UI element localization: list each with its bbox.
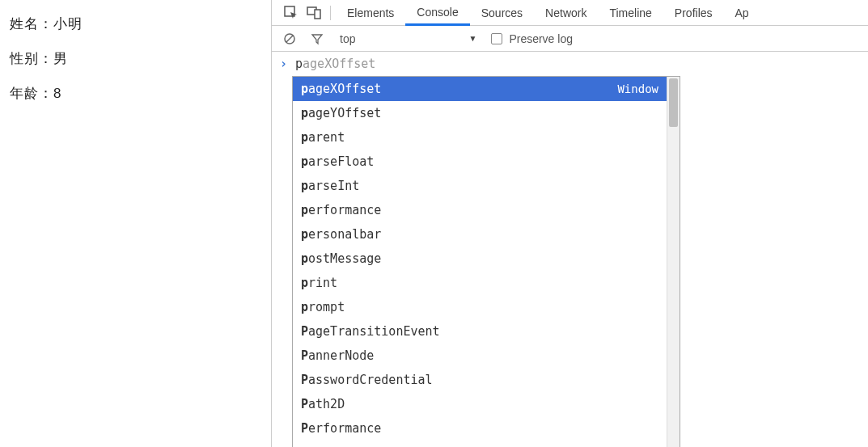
- scroll-thumb[interactable]: [669, 78, 678, 127]
- autocomplete-item-name: PageTransitionEvent: [301, 322, 440, 341]
- context-label: top: [340, 32, 355, 45]
- autocomplete-item[interactable]: PageTransitionEvent: [293, 319, 667, 344]
- autocomplete-item-name: personalbar: [301, 225, 381, 244]
- devtools-panel: Elements Console Sources Network Timelin…: [271, 0, 868, 447]
- console-body: › pageXOffset pageXOffsetWindowpageYOffs…: [272, 52, 868, 447]
- autocomplete-item[interactable]: Performance: [293, 416, 667, 441]
- autocomplete-item[interactable]: parseInt: [293, 174, 667, 198]
- scrollbar[interactable]: [667, 77, 680, 447]
- tab-network[interactable]: Network: [534, 0, 598, 26]
- autocomplete-item-name: parent: [301, 128, 345, 147]
- autocomplete-item[interactable]: PasswordCredential: [293, 368, 667, 392]
- devtools-tabs: Elements Console Sources Network Timelin…: [272, 0, 868, 26]
- autocomplete-item[interactable]: prompt: [293, 295, 667, 319]
- autocomplete-item-name: performance: [301, 200, 381, 220]
- name-row: 姓名：小明: [10, 15, 261, 33]
- autocomplete-item[interactable]: Path2D: [293, 392, 667, 416]
- autocomplete-item-name: pageXOffset: [301, 79, 381, 99]
- tab-profiles[interactable]: Profiles: [663, 0, 724, 26]
- preserve-log-label: Preserve log: [509, 32, 573, 45]
- inspect-element-icon[interactable]: [280, 3, 303, 23]
- gender-label: 性别：: [10, 51, 53, 66]
- tab-application[interactable]: Ap: [724, 0, 760, 26]
- autocomplete-item-name: PerformanceEntry: [301, 443, 418, 447]
- age-value: 8: [53, 86, 61, 101]
- tab-sources[interactable]: Sources: [470, 0, 534, 26]
- autocomplete-item[interactable]: PannerNode: [293, 344, 667, 368]
- autocomplete-list[interactable]: pageXOffsetWindowpageYOffsetparentparseF…: [293, 77, 667, 447]
- tab-console[interactable]: Console: [405, 0, 469, 26]
- autocomplete-item-name: parseInt: [301, 176, 359, 196]
- autocomplete-item[interactable]: postMessage: [293, 247, 667, 271]
- tab-elements[interactable]: Elements: [336, 0, 405, 26]
- autocomplete-item-name: PannerNode: [301, 346, 374, 365]
- gender-row: 性别：男: [10, 49, 261, 68]
- webpage-content: 姓名：小明 性别：男 年龄：8: [0, 0, 271, 447]
- tab-timeline[interactable]: Timeline: [598, 0, 663, 26]
- autocomplete-item-name: pageYOffset: [301, 103, 381, 123]
- autocomplete-item-name: PasswordCredential: [301, 370, 433, 390]
- autocomplete-item[interactable]: parent: [293, 125, 667, 150]
- separator: [330, 6, 331, 20]
- device-toggle-icon[interactable]: [303, 3, 325, 23]
- autocomplete-popup: pageXOffsetWindowpageYOffsetparentparseF…: [292, 76, 680, 447]
- console-input-text: pageXOffset: [295, 57, 375, 71]
- context-selector[interactable]: top ▼: [337, 32, 480, 45]
- autocomplete-item-name: Path2D: [301, 394, 345, 414]
- preserve-log-toggle[interactable]: Preserve log: [491, 32, 573, 45]
- checkbox-icon: [491, 33, 502, 44]
- name-label: 姓名：: [10, 16, 53, 32]
- autocomplete-item-name: Performance: [301, 419, 381, 438]
- autocomplete-item[interactable]: print: [293, 271, 667, 295]
- autocomplete-item[interactable]: parseFloat: [293, 150, 667, 174]
- filter-icon[interactable]: [309, 31, 325, 47]
- clear-console-icon[interactable]: [282, 31, 298, 47]
- name-value: 小明: [53, 16, 83, 32]
- gender-value: 男: [53, 51, 68, 66]
- autocomplete-item-name: postMessage: [301, 249, 381, 268]
- autocomplete-item[interactable]: performance: [293, 198, 667, 222]
- autocomplete-item[interactable]: pageXOffsetWindow: [293, 77, 667, 101]
- svg-rect-2: [315, 10, 320, 19]
- autocomplete-item-name: print: [301, 273, 337, 293]
- autocomplete-item-name: prompt: [301, 297, 345, 317]
- autocomplete-item-source: Window: [617, 80, 658, 98]
- autocomplete-item-name: parseFloat: [301, 152, 374, 171]
- console-toolbar: top ▼ Preserve log: [272, 26, 868, 52]
- console-input-line[interactable]: › pageXOffset: [272, 52, 868, 76]
- dropdown-icon: ▼: [468, 34, 476, 43]
- prompt-chevron-icon: ›: [280, 57, 287, 71]
- age-label: 年龄：: [10, 86, 53, 101]
- autocomplete-item[interactable]: personalbar: [293, 222, 667, 247]
- autocomplete-item[interactable]: PerformanceEntry: [293, 441, 667, 447]
- autocomplete-item[interactable]: pageYOffset: [293, 101, 667, 125]
- svg-line-4: [286, 36, 293, 42]
- age-row: 年龄：8: [10, 84, 261, 103]
